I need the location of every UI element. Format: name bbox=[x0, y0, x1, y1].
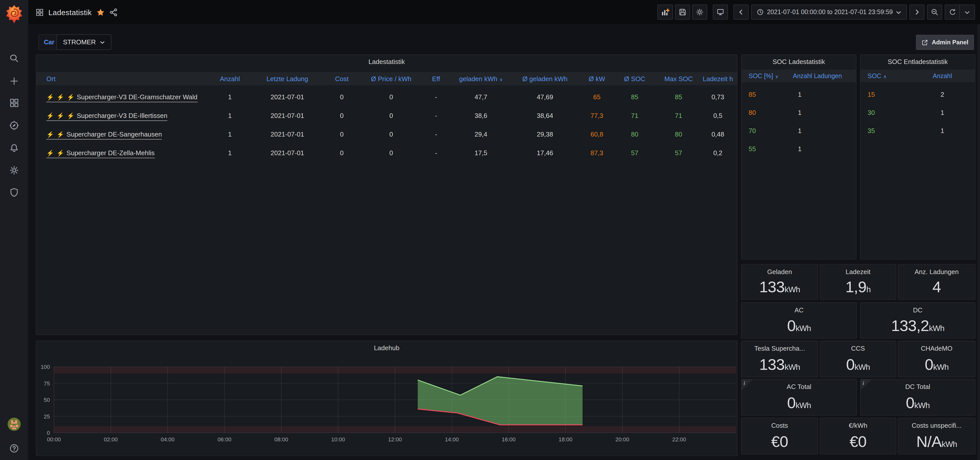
configuration-gear-icon[interactable] bbox=[0, 162, 28, 178]
grafana-logo-icon[interactable] bbox=[5, 4, 23, 24]
svg-text:08:00: 08:00 bbox=[274, 436, 288, 443]
col-geladen[interactable]: geladen kWh∨ bbox=[451, 75, 511, 82]
table-row: ⚡ ⚡ Supercharger DE-Sangerhausen 12021-0… bbox=[36, 125, 737, 144]
variable-value-dropdown[interactable]: STROMER bbox=[56, 34, 111, 50]
admin-panel-button[interactable]: Admin Panel bbox=[916, 35, 974, 50]
panel-title[interactable]: Ladestatistik bbox=[36, 55, 737, 68]
panel-stat-costs: Costs €0 bbox=[741, 418, 818, 454]
col-cost[interactable]: Cost bbox=[323, 75, 361, 82]
panel-stat-chademo: CHAdeMO 0kWh bbox=[898, 341, 975, 378]
dashboard-title[interactable]: Ladestatistik bbox=[48, 8, 92, 16]
server-admin-shield-icon[interactable] bbox=[0, 184, 28, 200]
panel-stat-ladezeit: Ladezeit 1,9h bbox=[820, 264, 896, 300]
panel-title[interactable]: Ladehub bbox=[36, 341, 737, 354]
refresh-interval-dropdown[interactable] bbox=[960, 5, 975, 20]
dashboards-icon[interactable] bbox=[0, 95, 28, 111]
panel-info-icon[interactable]: i bbox=[861, 379, 872, 390]
col-soc[interactable]: SOC∧ bbox=[868, 72, 912, 79]
submenu: Car STROMER Admin Panel bbox=[28, 24, 980, 51]
sort-asc-icon: ∧ bbox=[883, 74, 886, 79]
time-range-back-button[interactable] bbox=[734, 5, 749, 20]
svg-text:06:00: 06:00 bbox=[218, 436, 231, 443]
favorite-star-icon[interactable] bbox=[96, 8, 105, 16]
col-letzte-ladung[interactable]: Letzte Ladung bbox=[252, 75, 323, 82]
svg-text:75: 75 bbox=[44, 381, 50, 387]
explore-compass-icon[interactable] bbox=[0, 117, 28, 133]
navbar: Ladestatistik bbox=[28, 0, 980, 24]
col-avg-geladen[interactable]: Ø geladen kWh bbox=[511, 75, 579, 82]
col-max-soc[interactable]: Max SOC bbox=[654, 75, 703, 82]
refresh-button[interactable] bbox=[945, 5, 960, 20]
time-range-forward-button[interactable] bbox=[909, 5, 924, 20]
help-icon[interactable] bbox=[0, 440, 28, 457]
panel-stat-ac-total: i AC Total 0kWh bbox=[741, 379, 857, 416]
search-icon[interactable] bbox=[0, 51, 28, 67]
svg-text:18:00: 18:00 bbox=[558, 436, 573, 443]
stat-value: 133kWh bbox=[741, 357, 818, 372]
ladehub-chart[interactable]: 025507510000:0002:0004:0006:0008:0010:00… bbox=[36, 354, 738, 456]
panel-title[interactable]: SOC Ladestatistik bbox=[741, 55, 856, 68]
col-price[interactable]: Ø Price / kWh bbox=[361, 75, 422, 82]
stat-value: 133,2kWh bbox=[861, 318, 975, 333]
svg-text:00:00: 00:00 bbox=[47, 436, 61, 443]
svg-text:20:00: 20:00 bbox=[615, 436, 629, 443]
stat-value: 0kWh bbox=[898, 357, 975, 372]
panel-stat-eur-per-kwh: €/kWh €0 bbox=[820, 418, 896, 454]
table-row: ⚡ ⚡ ⚡ Supercharger-V3 DE-Gramschatzer Wa… bbox=[36, 88, 737, 106]
time-range-text: 2021-07-01 00:00:00 to 2021-07-01 23:59:… bbox=[767, 9, 893, 16]
col-ort[interactable]: Ort bbox=[46, 75, 208, 82]
panel-stat-ccs: CCS 0kWh bbox=[820, 341, 896, 378]
panel-stat-ac: AC 0kWh bbox=[741, 302, 857, 339]
table-row: 851 bbox=[741, 85, 856, 103]
col-avg-kw[interactable]: Ø kW bbox=[579, 75, 615, 82]
table-row: ⚡ ⚡ Supercharger DE-Zella-Mehlis 12021-0… bbox=[36, 144, 737, 162]
supercharger-link[interactable]: ⚡ ⚡ Supercharger DE-Sangerhausen bbox=[46, 130, 162, 140]
supercharger-link[interactable]: ⚡ ⚡ ⚡ Supercharger-V3 DE-Gramschatzer Wa… bbox=[46, 93, 197, 102]
col-eff[interactable]: Eff bbox=[422, 75, 451, 82]
supercharger-link[interactable]: ⚡ ⚡ Supercharger DE-Zella-Mehlis bbox=[46, 149, 155, 158]
col-soc[interactable]: SOC [%]∨ bbox=[749, 72, 793, 79]
stat-value: 4 bbox=[898, 279, 975, 295]
table-header-row: SOC [%]∨ Anzahl Ladungen bbox=[741, 70, 856, 82]
col-avg-soc[interactable]: Ø SOC bbox=[615, 75, 654, 82]
table-header-row: Ort Anzahl Letzte Ladung Cost Ø Price / … bbox=[36, 72, 737, 85]
table-header-row: SOC∧ Anzahl bbox=[861, 70, 975, 82]
stat-value: €0 bbox=[820, 434, 896, 449]
table-row: ⚡ ⚡ ⚡ Supercharger-V3 DE-Illertissen 120… bbox=[36, 106, 737, 125]
stat-value: €0 bbox=[741, 434, 818, 449]
svg-text:22:00: 22:00 bbox=[672, 436, 686, 443]
panel-stat-dc-total: i DC Total 0kWh bbox=[860, 379, 975, 416]
dashboard-canvas: Car STROMER Admin Panel Ladestatistik Or… bbox=[28, 24, 980, 460]
table-row: 801 bbox=[741, 103, 856, 121]
table-row: 701 bbox=[741, 121, 856, 140]
col-ladezeit[interactable]: Ladezeit h bbox=[703, 75, 733, 82]
col-anzahl[interactable]: Anzahl bbox=[208, 75, 252, 82]
save-dashboard-button[interactable] bbox=[675, 5, 690, 20]
side-menu bbox=[0, 0, 28, 460]
panel-title[interactable]: SOC Entladestatistik bbox=[861, 55, 975, 68]
dashboard-settings-button[interactable] bbox=[692, 5, 708, 20]
zoom-out-button[interactable] bbox=[927, 5, 942, 20]
svg-text:100: 100 bbox=[41, 364, 50, 370]
panel-stat-tesla-supercharger: Tesla Supercha... 133kWh bbox=[741, 341, 818, 378]
svg-text:14:00: 14:00 bbox=[445, 436, 459, 443]
time-picker[interactable]: 2021-07-01 00:00:00 to 2021-07-01 23:59:… bbox=[751, 5, 907, 20]
supercharger-link[interactable]: ⚡ ⚡ ⚡ Supercharger-V3 DE-Illertissen bbox=[46, 112, 167, 121]
alerting-bell-icon[interactable] bbox=[0, 140, 28, 156]
share-icon[interactable] bbox=[110, 8, 118, 16]
svg-text:12:00: 12:00 bbox=[388, 436, 402, 443]
panel-info-icon[interactable]: i bbox=[741, 379, 752, 390]
panel-ladehub: Ladehub 025507510000:0002:0004:0006:0008… bbox=[36, 341, 738, 456]
user-avatar[interactable] bbox=[0, 416, 28, 432]
table-row: 152 bbox=[861, 85, 975, 103]
table-row: 301 bbox=[861, 103, 975, 121]
dashboard-grid-icon[interactable] bbox=[35, 8, 44, 16]
cycle-view-mode-button[interactable] bbox=[713, 5, 728, 20]
stat-value: 0kWh bbox=[741, 318, 856, 333]
scrollbar[interactable] bbox=[977, 24, 980, 460]
col-anzahl-ladungen[interactable]: Anzahl Ladungen bbox=[793, 72, 854, 79]
create-plus-icon[interactable] bbox=[0, 73, 28, 89]
col-anzahl[interactable]: Anzahl bbox=[912, 72, 973, 79]
add-panel-button[interactable] bbox=[658, 5, 673, 20]
svg-text:0: 0 bbox=[47, 430, 50, 436]
